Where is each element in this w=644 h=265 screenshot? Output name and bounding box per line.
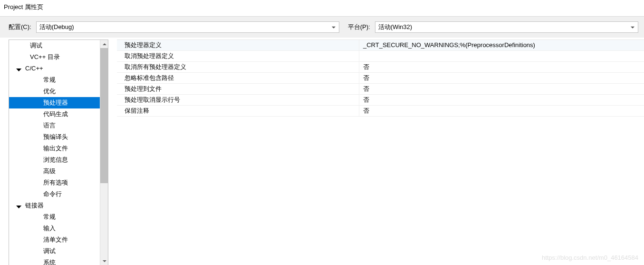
tree-item[interactable]: 调试 <box>9 40 100 51</box>
tree-item[interactable]: 语言 <box>9 120 100 131</box>
tree-item-label: 链接器 <box>25 201 44 210</box>
property-value[interactable]: 否 <box>359 95 644 105</box>
platform-dropdown-value[interactable]: 活动(Win32) <box>375 21 638 33</box>
tree-panel: 调试VC++ 目录C/C++常规优化预处理器代码生成语言预编译头输出文件浏览信息… <box>9 39 108 265</box>
tree-item[interactable]: 链接器 <box>9 200 100 211</box>
tree-item[interactable]: 所有选项 <box>9 177 100 188</box>
config-dropdown-value[interactable]: 活动(Debug) <box>36 21 339 33</box>
property-name: 忽略标准包含路径 <box>117 73 359 83</box>
tree-item[interactable]: 输出文件 <box>9 143 100 154</box>
tree-item[interactable]: 代码生成 <box>9 108 100 120</box>
config-label: 配置(C): <box>9 23 31 31</box>
property-name: 取消所有预处理器定义 <box>117 62 359 72</box>
property-value[interactable]: _CRT_SECURE_NO_WARNINGS;%(PreprocessorDe… <box>359 40 644 50</box>
tree-item[interactable]: 系统 <box>9 257 100 265</box>
scroll-up-icon[interactable] <box>100 40 108 48</box>
property-row[interactable]: 预处理取消显示行号否 <box>117 95 644 106</box>
property-name: 取消预处理器定义 <box>117 51 359 61</box>
tree-item[interactable]: 调试 <box>9 245 100 257</box>
tree-item-label: 所有选项 <box>43 178 68 187</box>
tree-item-label: 优化 <box>43 87 56 96</box>
tree-item[interactable]: 命令行 <box>9 188 100 200</box>
property-value[interactable]: 否 <box>359 106 644 116</box>
config-dropdown[interactable]: 活动(Debug) <box>36 21 339 33</box>
scroll-thumb[interactable] <box>100 48 108 183</box>
tree-item-label: 语言 <box>43 121 56 130</box>
tree-item-label: 浏览信息 <box>43 155 68 165</box>
window-title: Project 属性页 <box>0 0 644 16</box>
tree-item-label: 高级 <box>43 167 56 176</box>
tree-item[interactable]: 优化 <box>9 86 100 97</box>
property-value[interactable]: 否 <box>359 73 644 83</box>
platform-label: 平台(P): <box>348 23 370 31</box>
tree-item[interactable]: 清单文件 <box>9 234 100 245</box>
property-row[interactable]: 取消所有预处理器定义否 <box>117 62 644 73</box>
tree-item-label: 输出文件 <box>43 144 68 153</box>
tree-item[interactable]: VC++ 目录 <box>9 51 100 63</box>
tree-item[interactable]: 常规 <box>9 74 100 86</box>
property-name: 保留注释 <box>117 106 359 116</box>
tree-item-label: 输入 <box>43 224 56 233</box>
tree-item-label: 预编译头 <box>43 132 68 142</box>
config-toolbar: 配置(C): 活动(Debug) 平台(P): 活动(Win32) <box>0 16 644 38</box>
property-row[interactable]: 保留注释否 <box>117 106 644 117</box>
tree-item-label: 调试 <box>43 246 56 256</box>
platform-dropdown[interactable]: 活动(Win32) <box>375 21 638 33</box>
tree-item[interactable]: 预编译头 <box>9 131 100 143</box>
property-name: 预处理器定义 <box>117 40 359 50</box>
main-layout: 调试VC++ 目录C/C++常规优化预处理器代码生成语言预编译头输出文件浏览信息… <box>0 38 644 265</box>
property-row[interactable]: 忽略标准包含路径否 <box>117 73 644 84</box>
tree-item-label: 常规 <box>43 212 56 222</box>
tree-item[interactable]: C/C++ <box>9 63 100 74</box>
tree-item-label: 代码生成 <box>43 109 68 119</box>
tree-item-label: 命令行 <box>43 189 62 199</box>
property-name: 预处理取消显示行号 <box>117 95 359 105</box>
property-row[interactable]: 预处理器定义_CRT_SECURE_NO_WARNINGS;%(Preproce… <box>117 40 644 51</box>
property-value[interactable]: 否 <box>359 84 644 94</box>
scroll-down-icon[interactable] <box>100 257 108 265</box>
tree-item-label: 系统 <box>43 258 56 265</box>
tree-item[interactable]: 高级 <box>9 166 100 177</box>
property-row[interactable]: 预处理到文件否 <box>117 84 644 95</box>
tree-item-label: 调试 <box>30 41 42 50</box>
tree-item-label: 清单文件 <box>43 235 68 245</box>
property-name: 预处理到文件 <box>117 84 359 94</box>
tree-item[interactable]: 浏览信息 <box>9 154 100 166</box>
tree-item-label: 常规 <box>43 75 56 85</box>
tree-item[interactable]: 输入 <box>9 223 100 234</box>
tree-item-label: VC++ 目录 <box>30 52 60 62</box>
property-row[interactable]: 取消预处理器定义 <box>117 51 644 62</box>
tree-item-label: C/C++ <box>25 64 43 73</box>
tree-item[interactable]: 常规 <box>9 211 100 223</box>
tree-scrollbar[interactable] <box>100 40 108 265</box>
tree-item-label: 预处理器 <box>43 98 68 108</box>
property-panel: 预处理器定义_CRT_SECURE_NO_WARNINGS;%(Preproce… <box>117 39 644 265</box>
tree-list: 调试VC++ 目录C/C++常规优化预处理器代码生成语言预编译头输出文件浏览信息… <box>9 40 100 265</box>
property-value[interactable]: 否 <box>359 62 644 72</box>
tree-item[interactable]: 预处理器 <box>9 97 100 108</box>
property-table: 预处理器定义_CRT_SECURE_NO_WARNINGS;%(Preproce… <box>117 40 644 117</box>
